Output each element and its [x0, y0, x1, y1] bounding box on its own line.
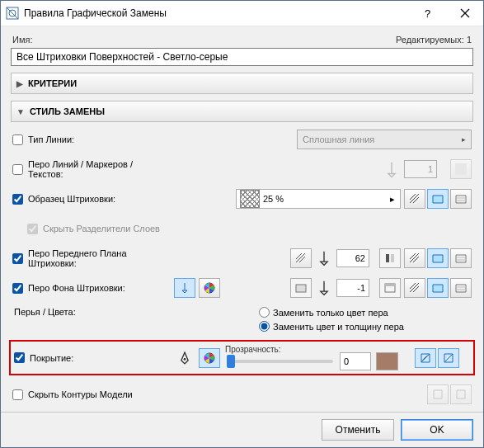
row-hide-contour: Скрыть Контуры Модели [12, 384, 472, 405]
svg-rect-6 [296, 285, 306, 292]
fg-cover-icon[interactable] [427, 248, 449, 268]
section-style-label: СТИЛЬ ЗАМЕНЫ [30, 106, 105, 116]
surface-label-wrap: Покрытие: [14, 352, 171, 363]
fg-pen-value[interactable] [336, 249, 369, 267]
hide-sep-label-wrap: Скрыть Разделители Слоев [27, 224, 184, 234]
cancel-button[interactable]: Отменить [322, 419, 394, 441]
line-pen-label-wrap: Перо Линий / Маркеров / Текстов: [12, 159, 169, 179]
surface-uncut-icon[interactable] [438, 348, 459, 368]
bg-pen-nib-icon[interactable] [174, 278, 195, 298]
fg-cut-icon[interactable] [450, 248, 472, 268]
fg-pen-label-wrap: Перо Переднего Плана Штриховки: [12, 248, 169, 268]
row-surface: Покрытие: Прозрачность: [14, 345, 470, 370]
hide-contour-checkbox[interactable] [12, 389, 23, 400]
bg-cover-icon[interactable] [427, 278, 449, 298]
contour-cut-icon [427, 384, 449, 404]
fg-pen-label: Перо Переднего Плана Штриховки: [28, 248, 169, 268]
line-type-label-wrap: Тип Линии: [12, 134, 169, 145]
line-type-label: Тип Линии: [28, 134, 74, 144]
ok-button[interactable]: OK [401, 419, 473, 441]
editable-count: Редактируемых: 1 [396, 35, 472, 45]
svg-rect-3 [386, 254, 389, 262]
titlebar: Правила Графической Замены ? [1, 1, 483, 26]
row-line-type: Тип Линии: Сплошная линия ▸ [12, 129, 472, 150]
section-criteria-label: КРИТЕРИИ [28, 78, 77, 88]
cancel-button-label: Отменить [336, 424, 381, 436]
dialog-footer: Отменить OK [1, 412, 483, 447]
close-button[interactable] [446, 1, 483, 26]
svg-rect-8 [385, 284, 395, 286]
line-pen-checkbox[interactable] [12, 164, 23, 175]
chevron-right-icon: ▸ [385, 194, 400, 205]
ok-button-label: OK [430, 424, 444, 436]
fill-checkbox[interactable] [12, 194, 23, 205]
surface-color-swatch[interactable] [376, 352, 398, 370]
row-fill: Образец Штриховки: 25 % ▸ [12, 188, 472, 210]
pen-icon [315, 280, 333, 296]
radio-color-thickness-wrap[interactable]: Заменить цвет и толщину пера [259, 321, 472, 332]
bg-pen-value[interactable] [336, 279, 369, 297]
row-bg-pen: Перо Фона Штриховки: [12, 277, 472, 299]
hide-contour-label-wrap: Скрыть Контуры Модели [12, 389, 169, 400]
fill-dropdown-value: 25 % [263, 194, 385, 204]
fill-label: Образец Штриховки: [28, 194, 115, 204]
bg-pen-label: Перо Фона Штриховки: [28, 283, 125, 293]
pen-icon [315, 250, 333, 266]
name-row: Имя: Редактируемых: 1 [11, 35, 473, 46]
radio-color-thickness-label: Заменить цвет и толщину пера [273, 322, 404, 332]
svg-point-9 [184, 358, 186, 361]
radio-color-thickness[interactable] [259, 321, 270, 332]
row-fg-pen: Перо Переднего Плана Штриховки: [12, 248, 472, 269]
bg-cut-icon[interactable] [450, 278, 472, 298]
nib-icon [176, 350, 194, 366]
fg-pen-hatch-icon[interactable] [290, 248, 312, 268]
bg-pen-checkbox[interactable] [12, 283, 23, 294]
fill-cover-icon[interactable] [427, 189, 449, 209]
fg-pen-type-group [404, 248, 472, 268]
name-input[interactable] [11, 48, 473, 66]
line-pen-label: Перо Линий / Маркеров / Текстов: [28, 159, 169, 179]
surface-label: Покрытие: [30, 353, 73, 363]
radio-color-only-wrap[interactable]: Заменить только цвет пера [259, 307, 472, 318]
opacity-slider[interactable] [227, 360, 333, 363]
pen-icon [383, 161, 401, 177]
row-surface-highlight: Покрытие: Прозрачность: [9, 340, 475, 375]
fg-draft-icon[interactable] [404, 248, 425, 268]
dialog-graphic-override-rules: Правила Графической Замены ? Имя: Редакт… [0, 0, 484, 448]
row-hide-separators: Скрыть Разделители Слоев [12, 218, 472, 239]
row-line-pen: Перо Линий / Маркеров / Текстов: [12, 158, 472, 180]
bg-draft-icon[interactable] [404, 278, 425, 298]
fg-pen-lock-icon[interactable] [379, 248, 401, 268]
surface-colorwheel-icon[interactable] [199, 348, 220, 368]
surface-checkbox[interactable] [14, 352, 25, 363]
line-type-checkbox[interactable] [12, 134, 23, 145]
chevron-right-icon: ▸ [462, 135, 466, 144]
contour-uncut-icon [450, 384, 472, 404]
fill-draft-icon[interactable] [404, 189, 425, 209]
help-button[interactable]: ? [409, 1, 446, 26]
fill-cut-icon[interactable] [450, 189, 472, 209]
surface-cut-icon[interactable] [415, 348, 436, 368]
style-content: Тип Линии: Сплошная линия ▸ Перо Линий /… [11, 124, 473, 405]
fg-pen-checkbox[interactable] [12, 253, 23, 264]
fill-type-group [404, 189, 472, 209]
opacity-value[interactable] [340, 352, 371, 370]
svg-rect-2 [455, 163, 467, 175]
line-pen-value [404, 160, 437, 178]
line-pen-swatch [450, 159, 472, 179]
bg-pen-window-icon[interactable] [379, 278, 401, 298]
surface-type-group [415, 348, 459, 368]
radio-color-only-label: Заменить только цвет пера [273, 308, 388, 318]
fill-dropdown[interactable]: 25 % ▸ [236, 189, 401, 209]
chevron-right-icon: ▶ [16, 79, 23, 88]
section-style[interactable]: ▼ СТИЛЬ ЗАМЕНЫ [11, 101, 473, 122]
bg-pen-colorwheel-icon[interactable] [199, 278, 220, 298]
pen-mode-radios: Заменить только цвет пера Заменить цвет … [259, 307, 472, 332]
hide-sep-label: Скрыть Разделители Слоев [43, 224, 160, 233]
line-type-dropdown-value: Сплошная линия [303, 134, 374, 144]
section-criteria[interactable]: ▶ КРИТЕРИИ [11, 73, 473, 94]
radio-color-only[interactable] [259, 307, 270, 318]
pens-colors-label: Перья / Цвета: [12, 307, 171, 317]
line-type-dropdown: Сплошная линия ▸ [297, 130, 472, 149]
bg-pen-fill-icon[interactable] [290, 278, 312, 298]
